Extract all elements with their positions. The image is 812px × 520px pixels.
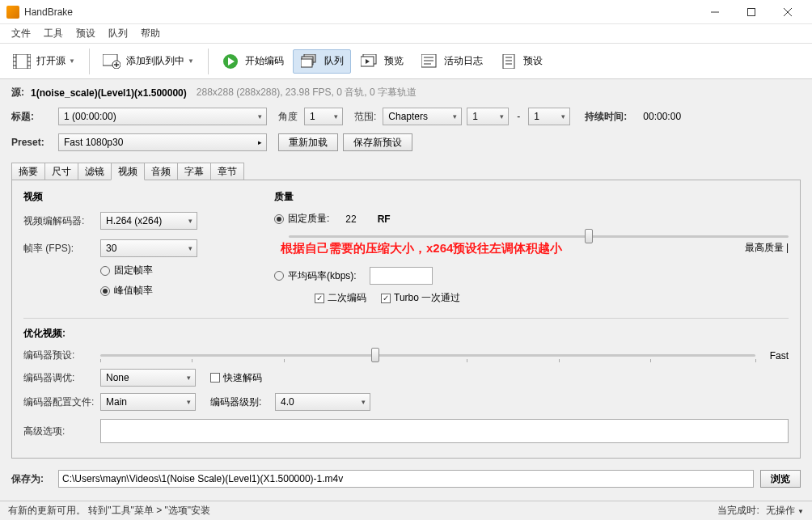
duration-value: 00:00:00 [643,111,681,122]
encoder-profile-select[interactable]: Main [100,393,196,411]
add-queue-button[interactable]: 添加到队列中 ▼ [95,49,201,74]
fps-select[interactable]: 30 [100,239,197,257]
encoder-level-select[interactable]: 4.0 [275,393,370,411]
source-label: 源: [11,86,24,99]
svg-rect-21 [301,59,312,67]
angle-select[interactable]: 1 [304,108,343,125]
cfr-radio[interactable] [100,266,110,276]
encoder-preset-value: Fast [770,350,789,361]
save-preset-button[interactable]: 保存新预设 [343,133,412,151]
dropdown-icon: ▼ [188,57,194,65]
source-filename: 1(noise_scale)(Level1)(x1.500000) [31,87,187,99]
divider [89,49,90,74]
presets-button[interactable]: 预设 [492,49,550,74]
when-done-label: 当完成时: [717,504,759,518]
tab-video[interactable]: 视频 [111,163,145,180]
activity-log-button[interactable]: 活动日志 [412,49,490,74]
tab-chapters[interactable]: 章节 [210,163,244,180]
abr-label: 平均码率(kbps): [288,269,357,283]
tab-subtitles[interactable]: 字幕 [177,163,211,180]
abr-input[interactable] [370,267,433,285]
log-icon [420,53,439,70]
quality-right: 最高质量 | [745,241,789,255]
menu-tools[interactable]: 工具 [37,27,70,40]
open-source-button[interactable]: 打开源 ▼ [5,49,82,74]
title-label: 标题: [11,110,52,124]
tab-audio[interactable]: 音频 [144,163,178,180]
fastdecode-checkbox[interactable] [210,373,220,383]
title-bar: HandBrake [0,0,812,24]
preview-button[interactable]: 预览 [353,49,411,74]
cq-radio[interactable] [274,214,284,224]
duration-label: 持续时间: [585,110,627,124]
activity-log-label: 活动日志 [444,54,483,68]
range-mode-select[interactable]: Chapters [383,108,462,125]
optimize-heading: 优化视频: [23,327,789,340]
close-button[interactable] [769,1,806,23]
status-bar: 有新的更新可用。 转到"工具"菜单 > "选项"安装 当完成时: 无操作 ▼ [0,501,812,520]
menu-presets[interactable]: 预设 [70,27,102,40]
film-icon [12,53,32,70]
title-select[interactable]: 1 (00:00:00) [58,108,267,125]
preset-select[interactable]: Fast 1080p30▸ [58,133,267,151]
encoder-tune-label: 编码器调优: [23,371,100,385]
twopass-checkbox[interactable] [315,294,324,303]
fps-label: 帧率 (FPS): [23,242,100,256]
advanced-input[interactable] [100,419,789,443]
start-encode-label: 开始编码 [245,54,284,68]
tab-summary[interactable]: 摘要 [11,163,45,180]
advanced-label: 高级选项: [23,425,100,438]
turbo-checkbox[interactable] [381,294,391,303]
preview-icon [360,53,379,70]
video-pane: 视频 视频编解码器: H.264 (x264) 帧率 (FPS): 30 固定帧… [11,180,801,459]
encoder-level-label: 编码器级别: [210,395,275,409]
tab-filters[interactable]: 滤镜 [78,163,112,180]
turbo-label: Turbo 一次通过 [394,291,460,305]
menu-file[interactable]: 文件 [5,27,37,40]
svg-rect-29 [503,54,514,69]
tab-dimensions[interactable]: 尺寸 [44,163,78,180]
tab-bar: 摘要 尺寸 滤镜 视频 音频 字幕 章节 [11,163,801,180]
menu-help[interactable]: 帮助 [134,27,167,40]
pfr-label: 峰值帧率 [114,284,153,298]
svg-rect-1 [747,8,755,15]
start-encode-button[interactable]: 开始编码 [214,49,291,74]
cq-value: 22 [345,213,356,225]
status-text: 有新的更新可用。 转到"工具"菜单 > "选项"安装 [8,504,717,518]
rf-label: RF [378,213,391,225]
cfr-label: 固定帧率 [114,264,153,277]
save-path-input[interactable] [58,470,754,488]
codec-select[interactable]: H.264 (x264) [100,212,197,230]
queue-button[interactable]: 队列 [293,49,351,74]
when-done-action[interactable]: 无操作 ▼ [766,504,804,518]
play-icon [221,53,240,70]
minimize-button[interactable] [696,1,733,23]
quality-slider[interactable] [289,235,789,238]
range-from-select[interactable]: 1 [467,108,509,125]
add-queue-label: 添加到队列中 [126,54,184,68]
browse-button[interactable]: 浏览 [760,470,801,488]
abr-radio[interactable] [274,271,284,281]
encoder-preset-label: 编码器预设: [23,349,100,362]
queue-label: 队列 [324,54,344,68]
app-icon [6,6,19,19]
reload-preset-button[interactable]: 重新加载 [278,133,338,151]
toolbar: 打开源 ▼ 添加到队列中 ▼ 开始编码 队列 预览 活动日志 预设 [0,44,812,79]
presets-label: 预设 [523,54,543,68]
menu-queue[interactable]: 队列 [102,27,134,40]
encoder-tune-select[interactable]: None [100,369,196,387]
open-source-label: 打开源 [36,54,66,68]
codec-label: 视频编解码器: [23,214,100,228]
encoder-preset-slider[interactable] [100,354,755,357]
pfr-radio[interactable] [100,286,110,296]
queue-icon [300,53,319,70]
quality-heading: 质量 [274,190,789,204]
range-to-select[interactable]: 1 [528,108,570,125]
source-info: 288x288 (288x288), 23.98 FPS, 0 音轨, 0 字幕… [197,86,417,99]
divider [208,49,209,74]
maximize-button[interactable] [733,1,769,23]
range-label: 范围: [354,110,376,124]
cq-label: 固定质量: [288,212,329,226]
preset-label: Preset: [11,137,52,148]
annotation-text: 根据自己需要的压缩大小，x264预设往左调体积越小 [281,241,562,256]
